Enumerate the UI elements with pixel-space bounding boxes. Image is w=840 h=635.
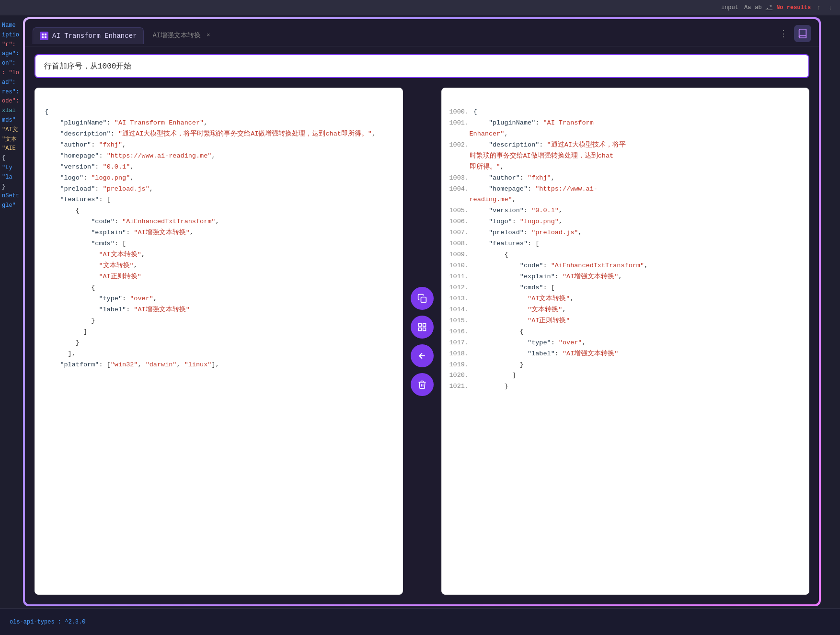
tab-secondary-label: AI增强文本转换 (152, 31, 201, 40)
regex-btn[interactable]: .* (766, 4, 772, 11)
svg-rect-8 (423, 328, 426, 330)
svg-rect-4 (421, 297, 426, 302)
plugin-header: AI Transform Enhancer AI增强文本转换 × ⋮ (25, 19, 819, 46)
delete-button[interactable] (411, 373, 434, 396)
left-code-panel: { "pluginName": "AI Transform Enhancer",… (35, 88, 403, 595)
svg-rect-1 (45, 34, 46, 35)
prompt-area (25, 46, 819, 84)
svg-rect-6 (423, 323, 426, 326)
action-buttons (407, 88, 437, 595)
top-bar: input Aa ab .* No results ↑ ↓ (0, 0, 840, 15)
tab-secondary[interactable]: AI增强文本转换 × (146, 27, 217, 44)
prompt-input[interactable] (35, 54, 809, 78)
svg-rect-5 (418, 323, 421, 326)
plugin-panel: AI Transform Enhancer AI增强文本转换 × ⋮ (23, 17, 821, 606)
copy-button[interactable] (411, 287, 434, 310)
tab-primary-label: AI Transform Enhancer (52, 32, 137, 40)
next-result-btn[interactable]: ↓ (827, 3, 834, 12)
top-bar-right: input Aa ab .* No results ↑ ↓ (721, 3, 834, 12)
left-code-content[interactable]: { "pluginName": "AI Transform Enhancer",… (35, 88, 403, 594)
plugin-panel-inner: AI Transform Enhancer AI增强文本转换 × ⋮ (25, 19, 819, 604)
content-area: { "pluginName": "AI Transform Enhancer",… (25, 84, 819, 604)
bottom-bar: ols-api-types : ^2.3.0 (0, 608, 840, 635)
no-results-label: No results (776, 4, 811, 11)
plugin-icon (40, 32, 48, 40)
svg-rect-7 (418, 328, 421, 330)
prev-result-btn[interactable]: ↑ (815, 3, 822, 12)
sidebar-code-lines: Name iptio "r": age": on": : "lo ad": re… (0, 17, 24, 215)
diff-button[interactable] (411, 316, 434, 339)
plugin-header-actions: ⋮ (779, 25, 811, 46)
match-case-btn[interactable]: Aa (744, 4, 751, 11)
match-word-btn[interactable]: ab (755, 4, 761, 11)
right-code-panel: 1000. { 1001. "pluginName": "AI Transfor… (441, 88, 810, 595)
plugin-tabs: AI Transform Enhancer AI增强文本转换 × (33, 27, 217, 44)
more-options-btn[interactable]: ⋮ (779, 28, 788, 39)
svg-rect-0 (42, 34, 44, 35)
search-label: input (721, 4, 738, 11)
bottom-text: ols-api-types : ^2.3.0 (10, 619, 85, 625)
tab-primary[interactable]: AI Transform Enhancer (33, 27, 144, 44)
left-sidebar: Name iptio "r": age": on": : "lo ad": re… (0, 17, 24, 608)
book-icon-btn[interactable] (794, 25, 811, 42)
tab-close-btn[interactable]: × (207, 32, 210, 39)
svg-rect-2 (42, 36, 44, 38)
back-button[interactable] (411, 344, 434, 367)
right-code-content[interactable]: 1000. { 1001. "pluginName": "AI Transfor… (442, 88, 809, 594)
svg-rect-3 (45, 36, 46, 38)
